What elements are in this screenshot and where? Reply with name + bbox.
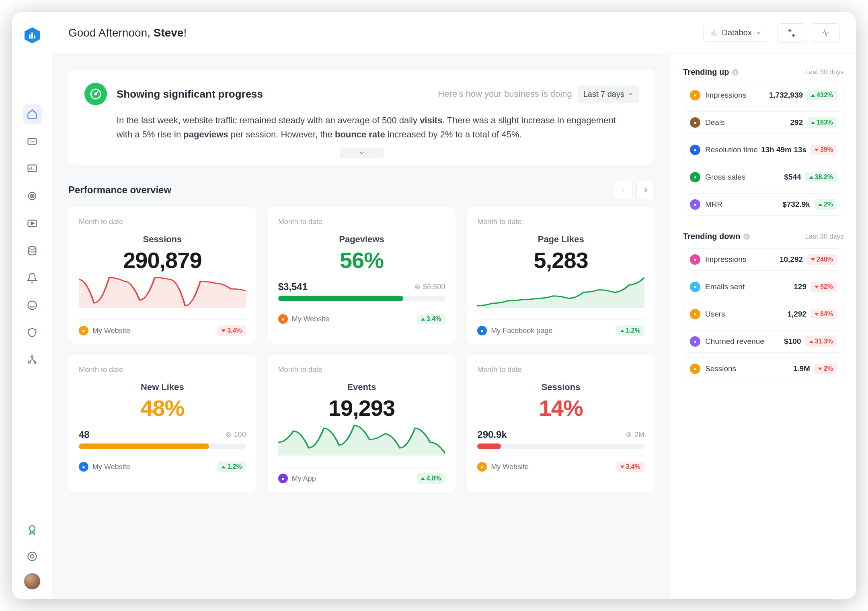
view-tabs — [777, 23, 840, 43]
trend-item[interactable]: ●Deals 292 183% — [683, 111, 844, 134]
trend-item[interactable]: ●Sessions 1.9M 2% — [683, 358, 844, 380]
target-icon — [414, 284, 421, 290]
nav-metrics[interactable] — [23, 132, 42, 151]
nav-goals[interactable] — [23, 186, 42, 206]
metric-value: 14% — [477, 395, 644, 421]
section-head: Performance overview — [68, 181, 655, 199]
chevron-right-icon — [642, 186, 649, 194]
metric-card[interactable]: Month to date New Likes 48% 48 100 ●My W… — [68, 355, 257, 492]
metric-source: ●My Website — [79, 462, 130, 472]
metric-card[interactable]: Month to date Page Likes 5,283 ●My Faceb… — [467, 207, 655, 344]
pager-prev[interactable] — [614, 181, 632, 199]
delta-badge: 432% — [807, 90, 837, 100]
up-arrow-icon — [809, 176, 813, 179]
trend-item-label: Impressions — [705, 91, 746, 100]
nav-reports[interactable] — [23, 214, 42, 233]
trending-down-list: ●Impressions 10,292 248% ●Emails sent 12… — [683, 248, 844, 380]
up-arrow-icon — [620, 329, 624, 332]
insight-period-label: Last 7 days — [583, 90, 624, 99]
tab-trends[interactable] — [777, 23, 806, 43]
progress-target: 2M — [626, 431, 644, 439]
trend-item-left: ●Churned revenue — [690, 336, 764, 347]
svg-point-24 — [228, 434, 229, 435]
metric-card[interactable]: Month to date Pageviews 56% $3,541 $6,50… — [268, 207, 456, 344]
pager-next[interactable] — [636, 181, 655, 199]
source-icon: ● — [690, 282, 700, 292]
trend-item-left: ●Resolution time — [690, 145, 758, 155]
nav-achievements[interactable] — [23, 520, 42, 539]
trend-item-value: $544 — [784, 173, 801, 182]
info-icon[interactable]: i — [732, 69, 739, 76]
section-title: Performance overview — [68, 184, 171, 196]
chevron-down-icon — [756, 30, 761, 36]
body: Showing significant progress Here's how … — [52, 54, 856, 599]
nav-forecast[interactable] — [23, 296, 42, 315]
metric-name: Pageviews — [278, 234, 445, 245]
svg-point-16 — [29, 526, 35, 531]
insight-subtitle: Here's how your business is doing — [438, 89, 572, 99]
metric-card[interactable]: Month to date Sessions 290,879 ●My Websi… — [68, 207, 257, 344]
workspace-switcher[interactable]: Databox — [703, 24, 769, 42]
svg-point-18 — [30, 554, 34, 558]
metric-name: Sessions — [477, 382, 644, 392]
delta-badge: 3.4% — [417, 314, 445, 324]
pager — [614, 181, 655, 199]
nav-data[interactable] — [23, 241, 42, 260]
up-arrow-icon — [421, 477, 425, 480]
trend-item-label: Users — [705, 310, 725, 319]
insight-card: Showing significant progress Here's how … — [68, 70, 655, 165]
metric-card[interactable]: Month to date Events 19,293 ●My App 4.8% — [268, 355, 456, 492]
trend-item[interactable]: ●Impressions 1,732,939 432% — [683, 84, 844, 106]
trend-item-label: Churned revenue — [705, 337, 764, 346]
progress-bar — [278, 296, 445, 301]
trending-range: Last 30 days — [805, 68, 844, 76]
trend-item-left: ●Sessions — [690, 364, 736, 374]
trend-item[interactable]: ●Churned revenue $100 31.3% — [683, 330, 844, 353]
nav-dashboards[interactable] — [23, 159, 42, 178]
trend-item-label: Emails sent — [705, 282, 745, 291]
nav-shield[interactable] — [23, 323, 42, 342]
metric-name: Sessions — [79, 234, 246, 245]
nav-org[interactable] — [23, 350, 42, 370]
source-icon: ● — [690, 364, 700, 374]
info-icon[interactable]: i — [743, 233, 750, 240]
source-icon: ● — [477, 326, 487, 335]
insight-period-dropdown[interactable]: Last 7 days — [578, 86, 639, 103]
delta-badge: 39% — [811, 145, 837, 155]
gauge-icon — [84, 83, 107, 105]
trend-item-right: 129 92% — [794, 282, 837, 292]
metric-card[interactable]: Month to date Sessions 14% 290.9k 2M ●My… — [467, 355, 655, 492]
metric-footer: ●My Website 1.2% — [79, 456, 246, 472]
delta-badge: 31.3% — [805, 336, 837, 347]
tab-activity[interactable] — [811, 23, 840, 43]
target-icon — [225, 431, 232, 438]
insight-expand-button[interactable] — [340, 148, 384, 158]
trend-item[interactable]: ●Emails sent 129 92% — [683, 276, 844, 298]
source-icon: ● — [690, 90, 700, 100]
nav-alerts[interactable] — [23, 268, 42, 288]
trend-item-right: 10,292 248% — [780, 254, 837, 265]
user-avatar[interactable] — [24, 573, 40, 589]
trend-item[interactable]: ●Gross sales $544 38.2% — [683, 166, 844, 188]
progress-label: 290.9k — [477, 429, 507, 440]
trend-item-right: 292 183% — [790, 117, 837, 128]
trend-item[interactable]: ●Resolution time 13h 49m 13s 39% — [683, 139, 844, 161]
trend-item-right: $732.9k 2% — [782, 199, 837, 210]
trend-item-right: $100 31.3% — [784, 336, 837, 347]
metric-value: 290,879 — [79, 247, 246, 273]
trend-item[interactable]: ●MRR $732.9k 2% — [683, 193, 844, 216]
insight-head-right: Here's how your business is doing Last 7… — [438, 86, 639, 103]
nav-home[interactable] — [23, 104, 42, 124]
metric-period: Month to date — [278, 218, 445, 226]
trend-item-right: 13h 49m 13s 39% — [761, 145, 837, 155]
trend-item[interactable]: ●Users 1,292 84% — [683, 303, 844, 325]
up-arrow-icon — [809, 340, 813, 343]
trend-item[interactable]: ●Impressions 10,292 248% — [683, 248, 844, 271]
source-icon: ● — [690, 309, 700, 319]
source-icon: ● — [278, 314, 288, 324]
svg-point-13 — [31, 356, 33, 358]
nav-help[interactable] — [23, 547, 42, 566]
trend-item-value: 292 — [790, 118, 803, 127]
trending-up-title: Trending upi — [683, 67, 739, 77]
metric-period: Month to date — [278, 366, 445, 374]
